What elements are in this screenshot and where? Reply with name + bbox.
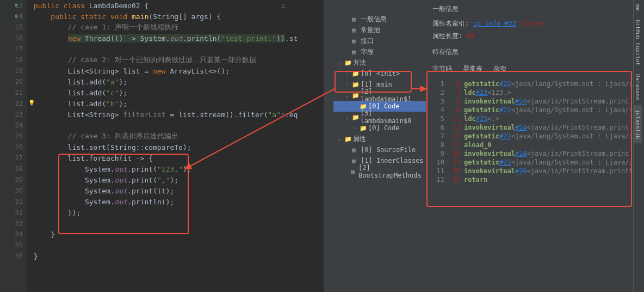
tree-label: [1] main — [361, 81, 392, 88]
code-line[interactable]: list.add("a"); — [27, 76, 324, 87]
panel-divider[interactable] — [324, 0, 333, 292]
class-tree[interactable]: ▦一般信息▦常量池▦接口▦字段⌄📁方法›📁[0] <init>›📁[1] mai… — [333, 0, 426, 292]
bytecode-line: 1023getstatic #22 <java/lang/System.out … — [432, 158, 637, 167]
chevron-icon[interactable]: › — [353, 104, 360, 109]
run-gutter-icon[interactable]: ▶ — [15, 13, 18, 19]
constant-pool-link[interactable]: #24 — [515, 98, 527, 105]
constant-pool-link[interactable]: #22 — [499, 106, 511, 114]
code-line[interactable]: // case 1: 声明一个新线程执行 — [27, 22, 324, 33]
folder-icon: ▦ — [351, 168, 358, 175]
tree-item[interactable]: ▦[0] SourceFile — [333, 144, 426, 155]
code-line[interactable]: list.add("b"); — [27, 98, 324, 109]
constant-pool-link[interactable]: #24 — [515, 150, 527, 157]
tree-item[interactable]: ▦一般信息 — [333, 14, 426, 25]
tree-label: [0] <init> — [361, 70, 400, 77]
code-line[interactable]: public static void main(String[] args) { — [27, 11, 324, 22]
tree-label: [2] lambda$main$1 — [360, 88, 426, 103]
bulb-icon[interactable]: 💡 — [28, 100, 35, 106]
line-number: 13▶ — [0, 0, 27, 11]
attr-len-label: 属性长度: — [432, 32, 462, 40]
tree-item[interactable]: ▦字段 — [333, 46, 426, 57]
chevron-icon[interactable]: › — [345, 71, 352, 76]
bytecode-line: 511ldc #25 <,> — [432, 114, 637, 123]
attr-name-link[interactable]: cp_info #33 — [473, 20, 516, 27]
bytecode-line: 716getstatic #22 <java/lang/System.out :… — [432, 132, 637, 141]
tree-label: 常量池 — [361, 26, 380, 35]
side-tab[interactable]: jclasslib — [634, 105, 642, 143]
code-line[interactable]: System.out.print(it); — [27, 185, 324, 196]
code-line[interactable]: // case 2: 对一个已知的列表做过滤，只要某一部分数据 — [27, 54, 324, 65]
tab[interactable]: 异常表 — [463, 64, 482, 74]
tree-item[interactable]: ›📁[0] <init> — [333, 68, 426, 79]
tab[interactable]: 字节码 — [432, 64, 452, 74]
line-number: 31 — [0, 196, 27, 207]
tree-label: 属性 — [353, 135, 366, 144]
folder-icon: 📁 — [360, 103, 368, 110]
bytecode-line: 35invokevirtual #24 <java/io/PrintStream… — [432, 97, 637, 106]
tab[interactable]: 杂项 — [493, 64, 506, 74]
constant-pool-link[interactable]: #26 — [515, 167, 527, 175]
chevron-icon[interactable]: ⌄ — [345, 114, 352, 120]
code-line[interactable] — [27, 240, 324, 251]
bytecode-listing[interactable]: 10getstatic #22 <java/lang/System.out : … — [432, 80, 637, 184]
code-editor[interactable]: 13▶14▶1516171819202122💡23242526272829303… — [0, 0, 324, 292]
folder-icon: ▦ — [352, 38, 361, 45]
bytecode-line: 23ldc #23 <123,> — [432, 88, 637, 97]
code-line[interactable] — [27, 44, 324, 54]
jclasslib-panel: ▦一般信息▦常量池▦接口▦字段⌄📁方法›📁[0] <init>›📁[1] mai… — [333, 0, 644, 292]
folder-icon: ▦ — [352, 157, 361, 165]
side-tab[interactable]: Database — [634, 70, 642, 105]
code-line[interactable]: list.add("c"); — [27, 87, 324, 98]
code-line[interactable]: System.out.print(","); — [27, 174, 324, 185]
code-line[interactable]: System.out.println(); — [27, 196, 324, 207]
tree-item[interactable]: ⌄📁属性 — [333, 133, 426, 144]
tree-item[interactable]: ⌄📁方法 — [333, 57, 426, 68]
line-number: 16 — [0, 33, 27, 44]
constant-pool-link[interactable]: #22 — [499, 132, 511, 140]
bytecode-tabs: 字节码异常表杂项 — [432, 64, 637, 76]
code-line[interactable]: new Thread(() -> System.out.println("tes… — [27, 33, 324, 44]
code-line[interactable]: public class LambdaDemo02 { — [27, 0, 324, 11]
attr-len-value: 88 — [466, 32, 474, 40]
side-tab[interactable]: GitHub Copilot — [634, 15, 642, 70]
code-line[interactable]: } — [27, 251, 324, 261]
code-line[interactable] — [27, 120, 324, 131]
run-gutter-icon[interactable]: ▶ — [15, 2, 18, 8]
code-area[interactable]: public class LambdaDemo02 { public stati… — [27, 0, 324, 261]
code-line[interactable] — [27, 218, 324, 229]
constant-pool-link[interactable]: #25 — [476, 115, 488, 123]
tree-item[interactable]: ▦常量池 — [333, 25, 426, 35]
tree-item[interactable]: ▦接口 — [333, 35, 426, 46]
code-line[interactable]: } — [27, 229, 324, 240]
line-number: 24 — [0, 120, 27, 131]
chevron-icon[interactable]: ⌄ — [338, 60, 344, 65]
line-number: 28 — [0, 163, 27, 174]
constant-pool-link[interactable]: #22 — [499, 159, 511, 166]
side-tab[interactable]: me — [634, 0, 642, 15]
chevron-icon[interactable]: › — [345, 82, 352, 87]
code-line[interactable]: list.sort(String::compareTo); — [27, 142, 324, 153]
bytecode-line: 1229return — [432, 175, 637, 184]
code-line[interactable]: // case 3: 列表排序后迭代输出 — [27, 131, 324, 142]
code-line[interactable]: List<String> filterList = list.stream().… — [27, 109, 324, 120]
constant-pool-link[interactable]: #23 — [476, 89, 488, 96]
chevron-icon[interactable]: › — [353, 125, 360, 131]
chevron-icon[interactable]: ⌄ — [345, 93, 352, 98]
tree-item[interactable]: ▦[2] BootstrapMethods — [333, 166, 426, 177]
bytecode-line: 48getstatic #22 <java/lang/System.out : … — [432, 106, 637, 114]
constant-pool-link[interactable]: #24 — [515, 124, 527, 131]
code-line[interactable]: }); — [27, 207, 324, 218]
tree-item[interactable]: ⌄📁[2] lambda$main$1 — [333, 90, 426, 101]
line-number: 20 — [0, 76, 27, 87]
tree-label: 方法 — [353, 58, 366, 68]
chevron-icon[interactable]: ⌄ — [338, 136, 344, 142]
line-number: 17 — [0, 44, 27, 54]
code-line[interactable]: list.forEach(it -> { — [27, 153, 324, 163]
constant-pool-link[interactable]: #22 — [499, 80, 511, 88]
tree-item[interactable]: ⌄📁[3] lambda$main$0 — [333, 112, 426, 123]
code-line[interactable]: List<String> list = new ArrayList<>(); — [27, 65, 324, 76]
bytecode-line: 1126invokevirtual #26 <java/io/PrintStre… — [432, 167, 637, 175]
folder-icon: 📁 — [352, 114, 361, 121]
folder-icon: 📁 — [352, 81, 361, 88]
code-line[interactable]: System.out.print("123,"); — [27, 163, 324, 174]
